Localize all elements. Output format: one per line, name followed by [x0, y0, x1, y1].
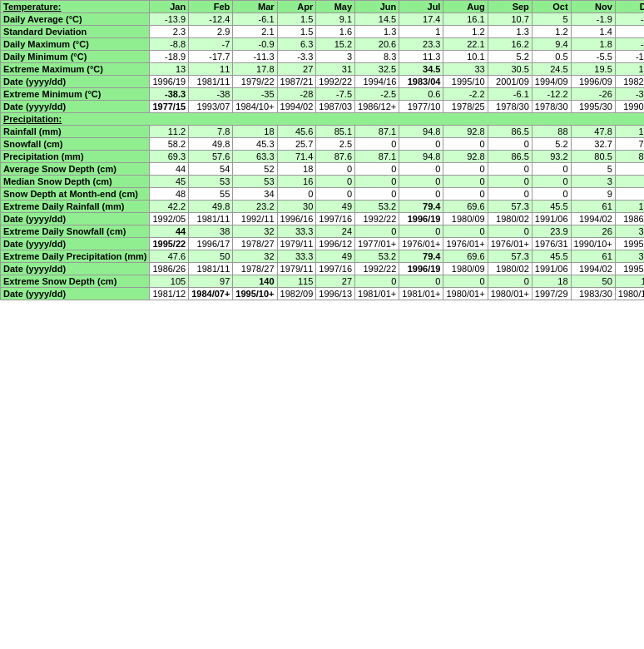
cell-value: 18 [277, 163, 316, 176]
cell-value: 5.2 [532, 138, 571, 151]
cell-value: -35 [233, 88, 277, 101]
cell-value: 1981/12 [150, 288, 189, 300]
cell-value: 2.5 [615, 26, 644, 38]
cell-value: 9.1 [316, 13, 355, 26]
cell-value: 87.1 [355, 126, 399, 138]
row-label: Extreme Snow Depth (cm) [1, 275, 150, 288]
cell-value: 1977/15 [150, 101, 189, 113]
cell-value: -1.9 [571, 13, 615, 26]
cell-value: 53.2 [355, 201, 399, 213]
cell-value: 1996/19 [399, 213, 443, 225]
cell-value: 1979/22 [233, 76, 277, 88]
row-label: Snow Depth at Month-end (cm) [1, 188, 150, 201]
cell-value: 1982/09 [277, 288, 316, 300]
cell-value: 19.5 [571, 63, 615, 76]
cell-value: 1976/31 [532, 238, 571, 250]
cell-value: 87.1 [355, 151, 399, 163]
table-row: Daily Minimum (°C)-18.9-17.7-11.3-3.338.… [1, 51, 645, 63]
cell-value: 1995/21 [615, 263, 644, 275]
row-label: Rainfall (mm) [1, 126, 150, 138]
cell-value: 11.2 [150, 126, 189, 138]
cell-value: 69.6 [443, 250, 488, 263]
cell-value: 1981/11 [189, 76, 233, 88]
table-row: Rainfall (mm)11.27.81845.685.187.194.892… [1, 126, 645, 138]
cell-value: 0 [355, 188, 399, 201]
col-sep: Sep [488, 1, 532, 13]
cell-value: -38.3 [150, 88, 189, 101]
cell-value: 1996/17 [189, 238, 233, 250]
cell-value: 38.8 [615, 250, 644, 263]
col-jul: Jul [399, 1, 443, 13]
cell-value: 57.3 [488, 250, 532, 263]
cell-value: 33.3 [277, 225, 316, 238]
cell-value: 13 [150, 63, 189, 76]
cell-value: 50 [571, 275, 615, 288]
cell-value: 1980/09 [443, 213, 488, 225]
cell-value: 18 [532, 275, 571, 288]
row-label: Date (yyyy/dd) [1, 101, 150, 113]
cell-value: 1996/13 [316, 288, 355, 300]
cell-value: 1995/10+ [233, 288, 277, 300]
cell-value: 16.1 [443, 13, 488, 26]
cell-value: 1997/16 [316, 213, 355, 225]
cell-value: 1977/01+ [355, 238, 399, 250]
cell-value: 0 [399, 163, 443, 176]
cell-value: 45.5 [532, 250, 571, 263]
cell-value: 53.2 [355, 250, 399, 263]
cell-value: 69.3 [150, 151, 189, 163]
cell-value: 18 [233, 126, 277, 138]
cell-value: 1980/09 [443, 263, 488, 275]
cell-value: 0 [399, 275, 443, 288]
cell-value: 1978/25 [443, 101, 488, 113]
cell-value: 17.2 [615, 201, 644, 213]
cell-value: 1992/22 [355, 213, 399, 225]
row-label: Average Snow Depth (cm) [1, 163, 150, 176]
cell-value: 42.2 [150, 201, 189, 213]
cell-value: 1997/29 [532, 288, 571, 300]
row-label: Median Snow Depth (cm) [1, 176, 150, 188]
climate-data-table: Temperature: Jan Feb Mar Apr May Jun Jul… [0, 0, 644, 300]
cell-value: 3 [316, 51, 355, 63]
cell-value: 1984/07+ [189, 288, 233, 300]
cell-value: -26 [571, 88, 615, 101]
cell-value: 1981/11 [189, 263, 233, 275]
cell-value: 45 [150, 176, 189, 188]
cell-value: 32.7 [571, 138, 615, 151]
table-row: Standard Deviation2.32.92.11.51.61.311.2… [1, 26, 645, 38]
cell-value: 24 [316, 225, 355, 238]
cell-value: 3 [571, 176, 615, 188]
cell-value: 31 [316, 63, 355, 76]
cell-value: -0.9 [233, 38, 277, 51]
cell-value: 1981/01+ [399, 288, 443, 300]
cell-value: 0 [399, 138, 443, 151]
cell-value: 0 [443, 275, 488, 288]
cell-value: 49 [316, 250, 355, 263]
cell-value: 23.2 [233, 201, 277, 213]
cell-value: -5.4 [615, 38, 644, 51]
cell-value: 9.4 [532, 38, 571, 51]
cell-value: 61 [571, 201, 615, 213]
cell-value: 1996/19 [399, 263, 443, 275]
cell-value: 50 [189, 250, 233, 263]
table-row: Daily Average (°C)-13.9-12.4-6.11.59.114… [1, 13, 645, 26]
cell-value: 54 [189, 163, 233, 176]
cell-value: 1.4 [571, 26, 615, 38]
cell-value: -11.3 [233, 51, 277, 63]
cell-value: 0 [316, 176, 355, 188]
cell-value: 44 [150, 163, 189, 176]
cell-value: 16 [277, 176, 316, 188]
cell-value: 1996/19 [150, 76, 189, 88]
row-label: Date (yyyy/dd) [1, 213, 150, 225]
cell-value: 88 [532, 126, 571, 138]
cell-value: 1995/10 [443, 76, 488, 88]
col-feb: Feb [189, 1, 233, 13]
cell-value: 92.8 [443, 151, 488, 163]
cell-value: 36 [615, 188, 644, 201]
table-row: Snow Depth at Month-end (cm)485534000000… [1, 188, 645, 201]
col-may: May [316, 1, 355, 13]
cell-value: 0 [277, 188, 316, 201]
cell-value: 1 [399, 26, 443, 38]
cell-value: -17.7 [189, 51, 233, 63]
cell-value: 1983/04 [399, 76, 443, 88]
cell-value: 8.3 [355, 51, 399, 63]
